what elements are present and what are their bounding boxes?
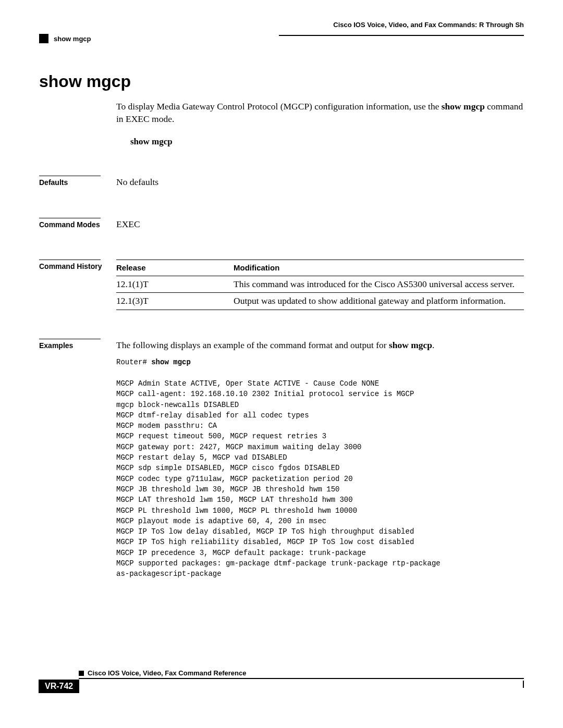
history-col-mod: Modification bbox=[234, 260, 524, 276]
code-prompt-cmd: show mgcp bbox=[151, 358, 191, 366]
page: Cisco IOS Voice, Video, and Fax Commands… bbox=[0, 0, 563, 686]
page-header: Cisco IOS Voice, Video, and Fax Commands… bbox=[39, 21, 524, 43]
examples-label: Examples bbox=[39, 341, 116, 350]
examples-intro-bold: show mgcp bbox=[389, 340, 432, 350]
label-rule bbox=[39, 218, 101, 218]
header-command: show mgcp bbox=[54, 35, 91, 43]
examples-intro-post: . bbox=[432, 340, 434, 350]
footer-rule bbox=[79, 678, 524, 679]
page-title: show mgcp bbox=[39, 72, 524, 91]
code-block: Router# show mgcp MGCP Admin State ACTIV… bbox=[116, 357, 524, 579]
release-cell: 12.1(3)T bbox=[116, 293, 234, 310]
examples-intro-pre: The following displays an example of the… bbox=[116, 340, 389, 350]
footer-doc-title: Cisco IOS Voice, Video, Fax Command Refe… bbox=[88, 669, 246, 677]
mod-cell: Output was updated to show additional ga… bbox=[234, 293, 524, 310]
defaults-label: Defaults bbox=[39, 178, 116, 187]
code-output: MGCP Admin State ACTIVE, Oper State ACTI… bbox=[116, 379, 445, 578]
release-cell: 12.1(1)T bbox=[116, 276, 234, 293]
history-table: Release Modification 12.1(1)T This comma… bbox=[116, 260, 524, 310]
label-rule bbox=[39, 339, 101, 339]
history-label-area: Command History bbox=[39, 260, 116, 310]
intro-pre: To display Media Gateway Control Protoco… bbox=[116, 101, 442, 112]
bullet-square-icon bbox=[39, 34, 48, 43]
modes-label-area: Command Modes bbox=[39, 218, 116, 231]
chapter-title: Cisco IOS Voice, Video, and Fax Commands… bbox=[39, 21, 524, 30]
syntax-line: show mgcp bbox=[130, 137, 524, 147]
table-row: 12.1(1)T This command was introduced for… bbox=[116, 276, 524, 293]
examples-label-area: Examples bbox=[39, 339, 116, 579]
code-prompt: Router# bbox=[116, 358, 151, 366]
modes-section: Command Modes EXEC bbox=[39, 218, 524, 231]
modes-body: EXEC bbox=[116, 218, 524, 231]
history-section: Command History Release Modification 12.… bbox=[39, 260, 524, 310]
defaults-section: Defaults No defaults bbox=[39, 176, 524, 189]
table-header-row: Release Modification bbox=[116, 260, 524, 276]
defaults-label-area: Defaults bbox=[39, 176, 116, 189]
examples-section: Examples The following displays an examp… bbox=[39, 339, 524, 579]
intro-cmd-bold: show mgcp bbox=[442, 101, 485, 112]
history-body: Release Modification 12.1(1)T This comma… bbox=[116, 260, 524, 310]
header-rule bbox=[279, 35, 524, 36]
edge-tick-icon bbox=[523, 681, 524, 688]
mod-cell: This command was introduced for the Cisc… bbox=[234, 276, 524, 293]
footer-square-icon bbox=[79, 671, 84, 676]
label-rule bbox=[39, 176, 101, 176]
modes-label: Command Modes bbox=[39, 220, 116, 229]
examples-intro: The following displays an example of the… bbox=[116, 339, 524, 352]
page-number: VR-742 bbox=[39, 680, 79, 693]
history-label: Command History bbox=[39, 262, 116, 270]
label-rule bbox=[39, 260, 101, 260]
defaults-body: No defaults bbox=[116, 176, 524, 189]
table-row: 12.1(3)T Output was updated to show addi… bbox=[116, 293, 524, 310]
examples-body: The following displays an example of the… bbox=[116, 339, 524, 579]
history-col-release: Release bbox=[116, 260, 234, 276]
intro-paragraph: To display Media Gateway Control Protoco… bbox=[116, 101, 524, 125]
